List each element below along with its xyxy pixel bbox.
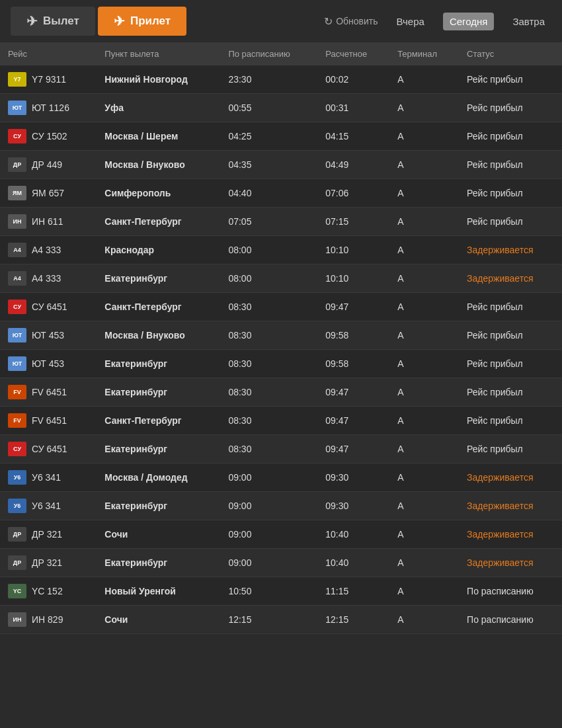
flight-number: ЮТ 453 [32,358,64,369]
origin-cell: Нижний Новгород [97,65,220,94]
table-row[interactable]: A4 А4 333 Краснодар08:0010:10AЗадерживае… [0,236,562,264]
table-row[interactable]: ИН ИН 611 Санкт-Петербург07:0507:15AРейс… [0,208,562,236]
table-row[interactable]: СУ СУ 1502 Москва / Шерем04:2504:15AРейс… [0,122,562,151]
scheduled-cell: 08:30 [220,293,317,321]
origin-cell: Екатеринбург [97,435,220,464]
terminal-cell: A [389,549,459,577]
estimated-cell: 10:40 [317,520,389,549]
status-cell: Задерживается [459,492,562,520]
status-badge: Рейс прибыл [467,387,523,397]
flight-cell: ИН ИН 611 [0,208,97,236]
estimated-cell: 12:15 [317,606,389,634]
status-cell: Рейс прибыл [459,378,562,407]
estimated-cell: 04:49 [317,151,389,179]
terminal-cell: A [389,464,459,492]
flight-cell: ЯМ ЯМ 657 [0,179,97,208]
flight-cell: FV FV 6451 [0,378,97,407]
table-row[interactable]: У6 У6 341 Москва / Домодед09:0009:30AЗад… [0,464,562,492]
scheduled-cell: 12:15 [220,606,317,634]
estimated-cell: 09:47 [317,435,389,464]
origin-name: Сочи [104,614,128,625]
origin-name: Санкт-Петербург [104,216,181,227]
airline-logo: ДР [8,555,26,570]
airline-logo: ИН [8,612,26,627]
origin-name: Новый Уренгой [104,586,176,596]
scheduled-cell: 04:40 [220,179,317,208]
yesterday-button[interactable]: Вчера [390,13,431,30]
table-row[interactable]: FV FV 6451 Екатеринбург08:3009:47AРейс п… [0,378,562,407]
airline-logo: FV [8,385,26,399]
col-estimated: Расчетное [317,42,389,65]
flight-number: У6 341 [32,472,61,483]
airline-logo: СУ [8,300,26,314]
origin-cell: Екатеринбург [97,378,220,407]
today-button[interactable]: Сегодня [443,13,495,30]
table-row[interactable]: A4 А4 333 Екатеринбург08:0010:10AЗадержи… [0,264,562,293]
status-badge: Рейс прибыл [467,159,523,170]
table-row[interactable]: YC YC 152 Новый Уренгой10:5011:15AПо рас… [0,577,562,606]
table-row[interactable]: У6 У6 341 Екатеринбург09:0009:30AЗадержи… [0,492,562,520]
origin-name: Москва / Шерем [104,131,178,142]
flight-cell: A4 А4 333 [0,236,97,264]
estimated-cell: 10:10 [317,264,389,293]
arrive-icon: ✈ [114,13,125,29]
depart-icon: ✈ [26,13,38,29]
status-cell: Рейс прибыл [459,321,562,350]
status-badge: Рейс прибыл [467,358,523,369]
table-row[interactable]: ДР ДР 321 Екатеринбург09:0010:40AЗадержи… [0,549,562,577]
flight-cell: ЮТ ЮТ 453 [0,321,97,350]
table-row[interactable]: Y7 Y7 9311 Нижний Новгород23:3000:02AРей… [0,65,562,94]
flight-cell: ДР ДР 321 [0,520,97,549]
status-cell: Задерживается [459,464,562,492]
scheduled-cell: 08:00 [220,264,317,293]
status-cell: Рейс прибыл [459,94,562,122]
tab-arrive[interactable]: ✈ Прилет [98,7,186,36]
estimated-cell: 11:15 [317,577,389,606]
airline-code: ИН [13,616,22,623]
estimated-cell: 10:40 [317,549,389,577]
flight-cell: СУ СУ 6451 [0,293,97,321]
flight-number: СУ 6451 [32,302,67,312]
estimated-cell: 04:15 [317,122,389,151]
right-nav: ↻ Обновить Вчера Сегодня Завтра [324,13,551,30]
table-row[interactable]: ДР ДР 321 Сочи09:0010:40AЗадерживается [0,520,562,549]
terminal-cell: A [389,293,459,321]
airline-code: СУ [13,303,21,310]
tomorrow-button[interactable]: Завтра [506,13,551,30]
table-row[interactable]: ДР ДР 449 Москва / Внуково04:3504:49AРей… [0,151,562,179]
table-row[interactable]: ЮТ ЮТ 453 Москва / Внуково08:3009:58AРей… [0,321,562,350]
origin-cell: Екатеринбург [97,549,220,577]
table-row[interactable]: ЮТ ЮТ 1126 Уфа00:5500:31AРейс прибыл [0,94,562,122]
origin-name: Екатеринбург [104,273,167,284]
table-row[interactable]: ЯМ ЯМ 657 Симферополь04:4007:06AРейс при… [0,179,562,208]
airline-code: ЮТ [13,104,22,111]
status-cell: Задерживается [459,236,562,264]
refresh-icon: ↻ [324,15,333,28]
status-badge: Рейс прибыл [467,102,523,113]
estimated-cell: 09:47 [317,407,389,435]
airline-logo: У6 [8,470,26,485]
status-badge: По расписанию [467,614,534,625]
table-row[interactable]: СУ СУ 6451 Санкт-Петербург08:3009:47AРей… [0,293,562,321]
airline-code: СУ [13,446,21,452]
flight-number: СУ 6451 [32,444,67,454]
origin-cell: Санкт-Петербург [97,208,220,236]
table-row[interactable]: FV FV 6451 Санкт-Петербург08:3009:47AРей… [0,407,562,435]
status-cell: Рейс прибыл [459,179,562,208]
refresh-button[interactable]: ↻ Обновить [324,15,378,28]
flight-number: ИН 829 [32,614,63,625]
airline-logo: YC [8,584,26,598]
tab-arrive-label: Прилет [130,15,171,28]
flight-number: FV 6451 [32,387,67,397]
status-badge: По расписанию [467,586,534,596]
terminal-cell: A [389,407,459,435]
table-row[interactable]: ЮТ ЮТ 453 Екатеринбург08:3009:58AРейс пр… [0,350,562,378]
terminal-cell: A [389,65,459,94]
scheduled-cell: 04:35 [220,151,317,179]
table-row[interactable]: ИН ИН 829 Сочи12:1512:15AПо расписанию [0,606,562,634]
origin-cell: Сочи [97,606,220,634]
tab-depart[interactable]: ✈ Вылет [11,7,95,36]
flight-number: ДР 449 [32,159,62,170]
terminal-cell: A [389,492,459,520]
table-row[interactable]: СУ СУ 6451 Екатеринбург08:3009:47AРейс п… [0,435,562,464]
